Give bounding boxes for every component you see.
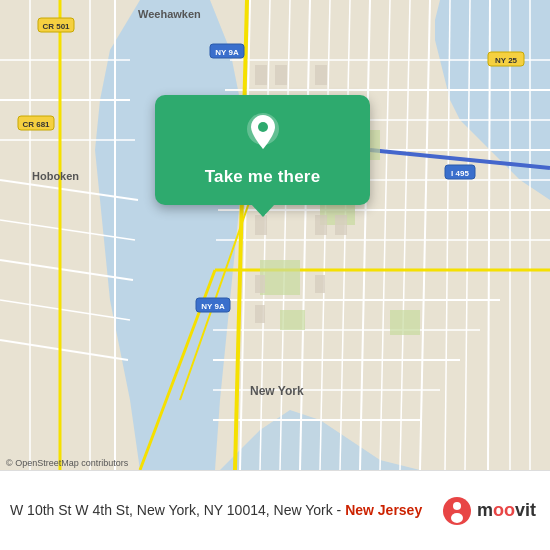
moovit-logo: moovit — [442, 496, 536, 526]
take-me-there-button[interactable]: Take me there — [205, 163, 321, 191]
map-svg: Weehawken Hoboken New York CR 501 CR 681… — [0, 0, 550, 470]
address-highlight: New Jersey — [345, 502, 422, 518]
svg-rect-61 — [315, 215, 327, 235]
svg-rect-53 — [255, 65, 267, 85]
svg-rect-50 — [390, 310, 420, 335]
moovit-icon — [442, 496, 472, 526]
svg-point-84 — [258, 122, 268, 132]
osm-copyright: © OpenStreetMap contributors — [6, 458, 128, 468]
info-bar: W 10th St W 4th St, New York, NY 10014, … — [0, 470, 550, 550]
address-text: W 10th St W 4th St, New York, NY 10014, … — [10, 501, 432, 520]
svg-text:Weehawken: Weehawken — [138, 8, 201, 20]
svg-text:CR 681: CR 681 — [22, 120, 50, 129]
svg-text:I 495: I 495 — [451, 169, 469, 178]
svg-rect-55 — [315, 65, 327, 85]
svg-text:NY 9A: NY 9A — [215, 48, 239, 57]
svg-rect-54 — [275, 65, 287, 85]
svg-text:NY 25: NY 25 — [495, 56, 518, 65]
svg-text:NY 9A: NY 9A — [201, 302, 225, 311]
svg-rect-63 — [255, 275, 265, 293]
svg-rect-48 — [260, 260, 300, 295]
map-container: Weehawken Hoboken New York CR 501 CR 681… — [0, 0, 550, 470]
svg-rect-64 — [315, 275, 325, 293]
svg-text:Hoboken: Hoboken — [32, 170, 79, 182]
svg-rect-51 — [280, 310, 305, 330]
svg-rect-62 — [335, 215, 347, 235]
svg-rect-65 — [255, 305, 265, 323]
popup-card[interactable]: Take me there — [155, 95, 370, 205]
svg-text:CR 501: CR 501 — [42, 22, 70, 31]
svg-rect-60 — [255, 215, 267, 235]
svg-point-87 — [451, 513, 463, 523]
location-pin-icon — [241, 111, 285, 155]
moovit-text: moovit — [477, 500, 536, 521]
address-line: W 10th St W 4th St, New York, NY 10014, … — [10, 502, 341, 518]
svg-text:New York: New York — [250, 384, 304, 398]
svg-point-86 — [453, 502, 461, 510]
